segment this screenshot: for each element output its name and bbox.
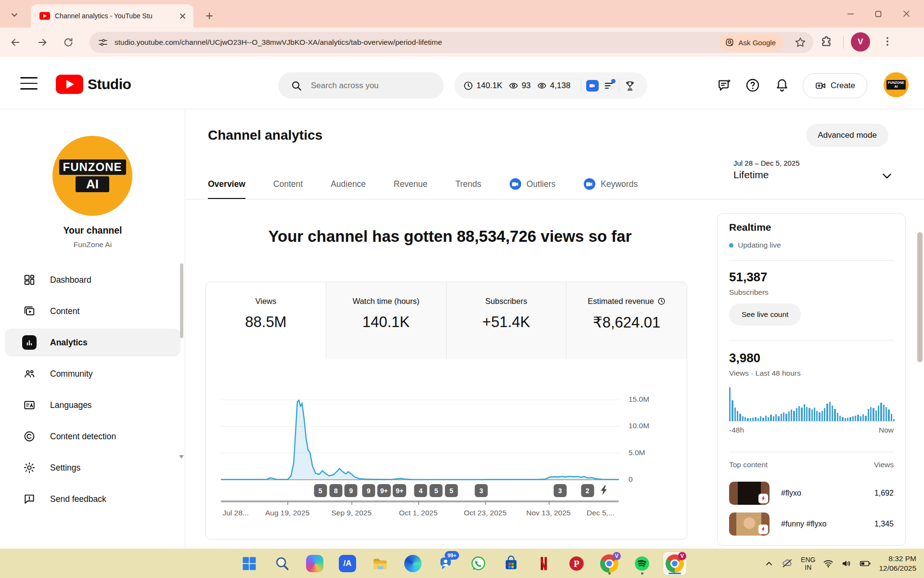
- menu-hamburger-icon[interactable]: [20, 76, 38, 91]
- chevron-down-icon: [881, 170, 893, 182]
- video-marker-chip[interactable]: 8: [330, 484, 343, 497]
- views-eye-icon: [508, 80, 519, 91]
- taskbar-start-icon[interactable]: [238, 552, 261, 575]
- tray-chevron-up-icon[interactable]: [764, 559, 774, 568]
- video-marker-chip[interactable]: 9: [345, 484, 358, 497]
- tab-revenue[interactable]: Revenue: [394, 169, 427, 199]
- browser-tab[interactable]: Channel analytics - YouTube Stu: [31, 4, 193, 27]
- sidebar-item-analytics[interactable]: Analytics: [5, 328, 180, 356]
- insights-badge-icon[interactable]: [586, 80, 599, 92]
- browser-profile-avatar[interactable]: V: [851, 32, 870, 52]
- video-marker-chip[interactable]: 4: [414, 484, 427, 497]
- taskbar-chrome-active-icon[interactable]: V: [663, 552, 686, 575]
- stat-card-watch-time[interactable]: Watch time (hours)140.1K: [326, 282, 447, 359]
- extensions-icon[interactable]: [820, 36, 833, 48]
- video-marker-chip[interactable]: 9: [362, 484, 375, 497]
- taskbar-edge-icon[interactable]: [401, 552, 424, 575]
- tab-trends[interactable]: Trends: [455, 169, 481, 199]
- tab-outliers[interactable]: Outliers: [509, 169, 555, 199]
- video-marker-chip[interactable]: 3: [553, 484, 566, 497]
- wifi-icon[interactable]: [823, 559, 834, 568]
- taskbar-spotify-icon[interactable]: [630, 552, 654, 575]
- axis-left-label: -48h: [729, 426, 744, 434]
- notifications-bell-icon[interactable]: [773, 76, 791, 94]
- date-range-selector[interactable]: Jul 28 – Dec 5, 2025 Lifetime: [733, 159, 907, 181]
- new-tab-button[interactable]: [201, 8, 218, 24]
- taskbar-pinterest-icon[interactable]: P: [565, 552, 588, 575]
- forward-button[interactable]: [34, 34, 51, 51]
- url-bar[interactable]: studio.youtube.com/channel/UCjwO23H--O_3…: [90, 32, 813, 53]
- tab-keywords[interactable]: Keywords: [583, 169, 638, 199]
- taskbar-microsoft-store-icon[interactable]: [500, 552, 523, 575]
- taskbar-file-explorer-icon[interactable]: [369, 552, 392, 575]
- back-button[interactable]: [7, 34, 24, 51]
- ask-google-button[interactable]: Ask Google: [719, 34, 783, 51]
- reload-button[interactable]: [60, 34, 77, 51]
- stat-card-views[interactable]: Views88.5M: [206, 282, 326, 359]
- tab-close-icon[interactable]: [177, 11, 188, 21]
- sidebar-item-languages[interactable]: Languages: [5, 391, 180, 419]
- see-live-count-button[interactable]: See live count: [729, 303, 801, 326]
- comments-icon[interactable]: [715, 76, 733, 94]
- video-marker-chip[interactable]: 9+: [377, 484, 391, 497]
- page-scrollbar[interactable]: [917, 232, 923, 362]
- flash-marker-icon[interactable]: [598, 485, 610, 496]
- taskbar-netflix-icon[interactable]: [532, 552, 555, 575]
- bookmark-star-icon[interactable]: [794, 36, 807, 49]
- video-marker-chip[interactable]: 3: [475, 484, 488, 497]
- create-video-icon: [815, 80, 826, 92]
- advanced-mode-button[interactable]: Advanced mode: [806, 124, 888, 147]
- taskbar-whatsapp-icon[interactable]: [467, 552, 490, 575]
- sidebar-item-community[interactable]: Community: [5, 360, 180, 388]
- video-thumbnail: [729, 512, 770, 536]
- help-icon[interactable]: [744, 76, 762, 94]
- channel-avatar-large[interactable]: FUNZONE AI: [52, 136, 132, 216]
- views-stat-a: 93: [522, 81, 531, 91]
- language-indicator[interactable]: ENGIN: [801, 556, 815, 571]
- tab-content[interactable]: Content: [273, 169, 303, 199]
- browser-menu-icon[interactable]: [882, 36, 893, 47]
- youtube-studio-logo[interactable]: Studio: [56, 75, 131, 94]
- stat-card-subscribers[interactable]: Subscribers+51.4K: [447, 282, 567, 359]
- sidebar-item-send-feedback[interactable]: Send feedback: [5, 485, 180, 513]
- video-thumbnail: [729, 482, 770, 505]
- video-marker-chip[interactable]: 5: [430, 484, 443, 497]
- create-button[interactable]: Create: [803, 73, 867, 98]
- video-marker-chip[interactable]: 5: [314, 484, 327, 497]
- tab-audience[interactable]: Audience: [331, 169, 366, 199]
- taskbar-chrome-profile-icon[interactable]: V: [598, 552, 621, 575]
- taskbar-search-icon[interactable]: [270, 552, 294, 575]
- channel-avatar[interactable]: FUNZONEAI: [884, 72, 909, 97]
- taskbar-copilot-icon[interactable]: [303, 552, 326, 575]
- clock-date[interactable]: 8:32 PM12/06/2025: [879, 554, 916, 573]
- trophy-icon[interactable]: [624, 80, 636, 92]
- maximize-button[interactable]: [864, 2, 892, 26]
- onedrive-paused-icon[interactable]: [782, 558, 793, 569]
- stat-card-estimated-revenue[interactable]: Estimated revenue₹8,624.01: [566, 282, 687, 359]
- taskbar-teams-chat-icon[interactable]: 99+: [434, 552, 457, 575]
- taskbar-ai-app-icon[interactable]: /A: [336, 552, 359, 575]
- top-content-row[interactable]: #flyxo1,692: [729, 478, 894, 509]
- video-marker-chip[interactable]: 5: [445, 484, 458, 497]
- battery-icon[interactable]: [860, 559, 871, 568]
- quick-stats-pill[interactable]: 140.1K 93 4,138: [454, 72, 647, 99]
- sidebar-scroll-down-icon[interactable]: [179, 455, 184, 459]
- close-window-button[interactable]: [892, 2, 920, 26]
- notes-lines-icon[interactable]: [603, 80, 614, 91]
- top-content-row[interactable]: #funny #flyxo1,345: [729, 509, 894, 539]
- sidebar-scrollbar[interactable]: [180, 263, 183, 338]
- video-marker-chip[interactable]: 9+: [393, 484, 406, 497]
- minimize-button[interactable]: [836, 2, 864, 26]
- site-settings-icon[interactable]: [97, 37, 109, 48]
- tab-search-button[interactable]: [6, 6, 23, 24]
- sidebar-item-settings[interactable]: Settings: [5, 454, 180, 482]
- studio-search-input[interactable]: Search across you: [278, 72, 444, 99]
- sidebar-item-dashboard[interactable]: Dashboard: [5, 266, 180, 294]
- tab-overview[interactable]: Overview: [208, 169, 245, 199]
- video-marker-chip[interactable]: 2: [581, 484, 594, 497]
- sidebar-item-content[interactable]: Content: [5, 297, 180, 325]
- page-title: Channel analytics: [208, 128, 322, 143]
- sidebar-item-content-detection[interactable]: Content detection: [5, 422, 180, 450]
- search-placeholder: Search across you: [311, 81, 383, 91]
- volume-icon[interactable]: [841, 559, 852, 568]
